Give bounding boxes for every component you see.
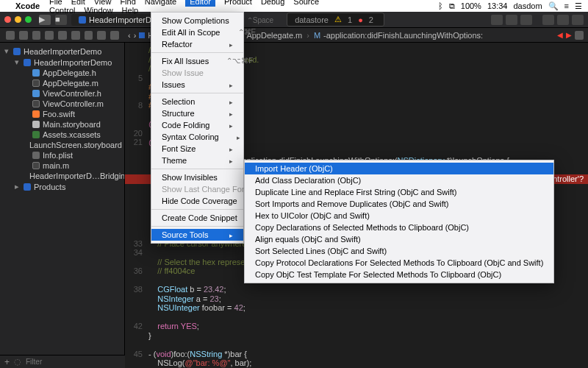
navigator-row[interactable]: ViewController.m bbox=[0, 99, 124, 109]
mac-menubar: Xcode FileEditViewFindNavigateEditorProd… bbox=[0, 0, 588, 12]
toggle-nav-button[interactable] bbox=[542, 15, 554, 25]
navigator-row[interactable]: Main.storyboard bbox=[0, 119, 124, 130]
navigator-row[interactable]: HeaderImporterD…Bridging-Header.h bbox=[0, 171, 124, 181]
navigator-row[interactable]: LaunchScreen.storyboard bbox=[0, 140, 124, 150]
debug-nav-icon[interactable] bbox=[85, 31, 93, 40]
menubar-item-product[interactable]: Product bbox=[224, 0, 252, 6]
menu-item[interactable]: Code Folding bbox=[151, 119, 243, 131]
symbol-nav-icon[interactable] bbox=[32, 31, 41, 40]
spotlight-icon[interactable]: 🔍 bbox=[548, 1, 559, 11]
submenu-item[interactable]: Import Header (ObjC) bbox=[245, 163, 553, 174]
submenu-item[interactable]: Duplicate Line and Replace First String … bbox=[245, 186, 553, 198]
submenu-item[interactable]: Align equals (ObjC and Swift) bbox=[245, 233, 553, 245]
source-tools-submenu[interactable]: Import Header (ObjC)Add Class Declaratio… bbox=[244, 160, 554, 283]
menu-item[interactable]: Font Size bbox=[151, 143, 243, 155]
run-button[interactable]: ▶ bbox=[39, 15, 51, 25]
navigator-row[interactable]: Foo.swift bbox=[0, 109, 124, 119]
filter-icon: ◌ bbox=[14, 357, 21, 367]
bluetooth-icon[interactable]: ᛒ bbox=[438, 1, 443, 10]
navigator-row[interactable]: AppDelegate.h bbox=[0, 68, 124, 78]
editor-menu[interactable]: Show Completions⌃SpaceEdit All in Scope⌃… bbox=[151, 12, 244, 244]
toggle-debug-button[interactable] bbox=[557, 15, 569, 25]
navigator-row[interactable]: AppDelegate.m bbox=[0, 78, 124, 88]
menu-item[interactable]: Hide Code Coverage bbox=[151, 195, 243, 207]
navigator-row[interactable]: Info.plist bbox=[0, 150, 124, 160]
navigator-row[interactable]: ▸Products bbox=[0, 181, 124, 192]
back-icon[interactable]: ‹ bbox=[128, 31, 131, 40]
menubar-item-view[interactable]: View bbox=[94, 0, 112, 6]
menu-item[interactable]: Refactor bbox=[151, 38, 243, 50]
prev-issue-icon[interactable]: ◀ bbox=[557, 31, 563, 39]
activity-view[interactable]: datastore ⚠︎1 ●2 bbox=[287, 13, 384, 26]
navigator-row[interactable]: main.m bbox=[0, 160, 124, 171]
battery-icon[interactable]: 100% bbox=[461, 1, 481, 10]
menu-item[interactable]: Theme bbox=[151, 155, 243, 166]
menu-item: Show Issue bbox=[151, 67, 243, 79]
navigator-row[interactable]: ▾HeaderImporterDemo bbox=[0, 46, 124, 57]
navigator-row[interactable]: ViewController.h bbox=[0, 88, 124, 99]
status-area: ᛒ ⧉ 100% 13:34 dasdom 🔍 ≡ ☰ bbox=[438, 1, 582, 11]
breakpoint-nav-icon[interactable] bbox=[97, 31, 106, 40]
user-name[interactable]: dasdom bbox=[513, 1, 542, 10]
navigator-row[interactable]: Assets.xcassets bbox=[0, 130, 124, 140]
submenu-item[interactable]: Copy Protocol Declarations For Selected … bbox=[245, 257, 553, 269]
clock[interactable]: 13:34 bbox=[487, 1, 508, 10]
source-nav-icon[interactable] bbox=[19, 31, 28, 40]
editor-version-button[interactable] bbox=[520, 15, 532, 25]
menubar-item-edit[interactable]: Edit bbox=[71, 0, 85, 6]
submenu-item[interactable]: Sort Imports and Remove Duplicates (ObjC… bbox=[245, 198, 553, 210]
toggle-inspector-button[interactable] bbox=[572, 15, 584, 25]
submenu-item[interactable]: Copy ObjC Test Template For Selected Met… bbox=[245, 269, 553, 280]
navigator-and-jumpbar: ‹ › HeaderImporterDemo AppDelegate.m M -… bbox=[0, 28, 588, 43]
menu-item[interactable]: Show Completions⌃Space bbox=[151, 15, 243, 26]
submenu-item[interactable]: Sort Selected Lines (ObjC and Swift) bbox=[245, 245, 553, 257]
report-nav-icon[interactable] bbox=[110, 31, 119, 40]
add-button[interactable]: + bbox=[4, 357, 10, 367]
xcode-toolbar: ▶ ■ HeaderImporterDemo › datastore ⚠︎1 ●… bbox=[0, 12, 588, 28]
menubar-item-editor[interactable]: Editor bbox=[185, 0, 215, 7]
menubar-item-file[interactable]: File bbox=[49, 0, 62, 6]
editor-assistant-button[interactable] bbox=[506, 15, 517, 25]
notification-icon[interactable]: ☰ bbox=[575, 1, 582, 11]
menu-item: Show Last Change For Line bbox=[151, 183, 243, 195]
wifi-icon[interactable]: ⧉ bbox=[449, 1, 455, 11]
navigator-footer: + ◌ bbox=[0, 355, 125, 368]
related-items-icon[interactable] bbox=[575, 31, 584, 40]
editor-standard-button[interactable] bbox=[491, 15, 503, 25]
activity-text: datastore bbox=[295, 15, 329, 24]
menu-item[interactable]: Create Code Snippet bbox=[151, 212, 243, 224]
issue-nav-icon[interactable] bbox=[58, 31, 67, 40]
submenu-item[interactable]: Hex to UIColor (ObjC and Swift) bbox=[245, 210, 553, 222]
menubar-item-find[interactable]: Find bbox=[120, 0, 135, 6]
line-gutter[interactable]: 582021333436384245 bbox=[125, 43, 146, 368]
stop-button[interactable]: ■ bbox=[55, 15, 67, 25]
app-name[interactable]: Xcode bbox=[15, 1, 40, 10]
jump-symbol[interactable]: -application:didFinishLaunchingWithOptio… bbox=[323, 31, 483, 40]
scheme-icon bbox=[79, 16, 86, 24]
submenu-item[interactable]: Copy Declarations of Selected Methods to… bbox=[245, 222, 553, 233]
menu-item[interactable]: Fix All Issues⌃⌥⌘F bbox=[151, 55, 243, 67]
menu-item[interactable]: Syntax Coloring bbox=[151, 131, 243, 143]
next-issue-icon[interactable]: ▶ bbox=[566, 31, 572, 39]
test-nav-icon[interactable] bbox=[71, 31, 80, 40]
menu-item[interactable]: Structure bbox=[151, 107, 243, 119]
find-nav-icon[interactable] bbox=[45, 31, 54, 40]
fwd-icon[interactable]: › bbox=[134, 31, 137, 40]
menubar-item-navigate[interactable]: Navigate bbox=[145, 0, 176, 6]
window-traffic-lights[interactable] bbox=[4, 16, 32, 23]
menu-item[interactable]: Issues bbox=[151, 79, 243, 91]
project-navigator[interactable]: ▾HeaderImporterDemo▾HeaderImporterDemoAp… bbox=[0, 43, 125, 368]
menu-item[interactable]: Show Invisibles bbox=[151, 171, 243, 183]
submenu-item[interactable]: Add Class Declaration (ObjC) bbox=[245, 174, 553, 186]
navigator-row[interactable]: ▾HeaderImporterDemo bbox=[0, 57, 124, 68]
filter-input[interactable] bbox=[26, 358, 121, 366]
menu-item[interactable]: Edit All in Scope⌃⌘E bbox=[151, 26, 243, 38]
project-icon bbox=[139, 32, 145, 38]
menu-item[interactable]: Source Tools bbox=[151, 229, 243, 241]
menuextra-icon[interactable]: ≡ bbox=[564, 1, 569, 10]
menubar-item-debug[interactable]: Debug bbox=[261, 0, 284, 6]
menu-item[interactable]: Selection bbox=[151, 96, 243, 107]
project-nav-icon[interactable] bbox=[6, 31, 15, 40]
